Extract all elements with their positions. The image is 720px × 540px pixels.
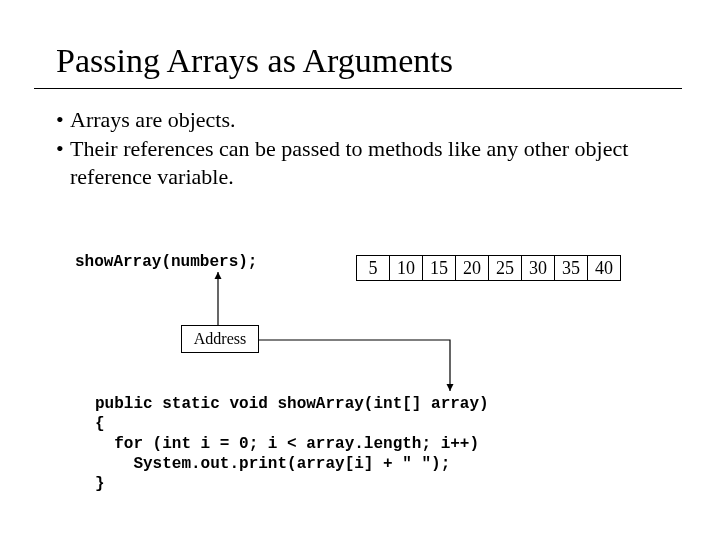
method-definition-code: public static void showArray(int[] array… [95,394,489,494]
bullet-text: Arrays are objects. [70,106,656,135]
bullet-text: Their references can be passed to method… [70,135,656,192]
bullet-item: • Their references can be passed to meth… [56,135,656,192]
array-cell: 30 [522,256,555,281]
array-cell: 40 [588,256,621,281]
bullet-dot: • [56,106,70,135]
array-cell: 25 [489,256,522,281]
slide-title: Passing Arrays as Arguments [56,42,453,80]
array-cell: 10 [390,256,423,281]
address-box: Address [181,325,259,353]
array-cell: 15 [423,256,456,281]
array-cell: 20 [456,256,489,281]
array-visual: 5 10 15 20 25 30 35 40 [356,255,621,281]
call-expression-code: showArray(numbers); [75,253,257,271]
title-underline [34,88,682,89]
bullet-item: • Arrays are objects. [56,106,656,135]
array-cell: 35 [555,256,588,281]
array-cell: 5 [357,256,390,281]
bullet-dot: • [56,135,70,192]
bullet-list: • Arrays are objects. • Their references… [56,106,656,192]
